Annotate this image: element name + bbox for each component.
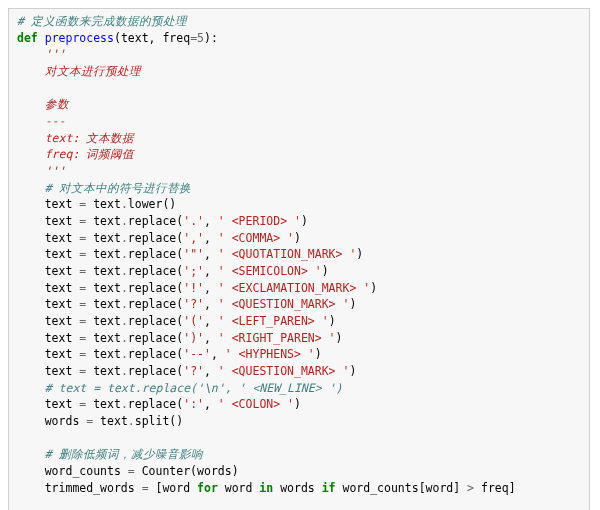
code-text: ,: [204, 231, 218, 245]
code-text: ):: [204, 31, 218, 45]
code-text: split(): [135, 414, 183, 428]
code-text: text: [17, 331, 79, 345]
string: ' <HYPHENS> ': [225, 347, 315, 361]
code-text: text: [86, 264, 121, 278]
code-text: replace(: [128, 331, 183, 345]
code-line: text = text.replace('.', ' <PERIOD> '): [17, 213, 581, 230]
code-text: lower(): [128, 197, 176, 211]
code-text: ,: [204, 397, 218, 411]
keyword-if: if: [322, 481, 336, 495]
code-text: text: [86, 231, 121, 245]
blank: [17, 431, 45, 445]
code-text: ): [301, 214, 308, 228]
code-line: # 定义函数来完成数据的预处理: [17, 13, 581, 30]
string: '?': [183, 364, 204, 378]
code-text: text: [86, 297, 121, 311]
code-text: text: [17, 364, 79, 378]
code-text: ): [349, 364, 356, 378]
code-line: text = text.lower(): [17, 196, 581, 213]
code-text: words: [17, 414, 86, 428]
code-text: text: [17, 247, 79, 261]
code-text: text: [17, 347, 79, 361]
code-text: text: [17, 297, 79, 311]
string: '--': [183, 347, 211, 361]
code-text: ,: [204, 281, 218, 295]
code-text: text: [86, 247, 121, 261]
code-text: ,: [204, 214, 218, 228]
code-line: 参数: [17, 96, 581, 113]
dot: .: [121, 397, 128, 411]
dot: .: [121, 247, 128, 261]
code-line: text = text.replace('?', ' <QUESTION_MAR…: [17, 296, 581, 313]
code-line: word_counts = Counter(words): [17, 463, 581, 480]
docstring: ''': [17, 47, 65, 61]
code-text: ,: [204, 364, 218, 378]
string: '"': [183, 247, 204, 261]
code-block: # 定义函数来完成数据的预处理 def preprocess(text, fre…: [8, 8, 590, 510]
code-text: text: [17, 231, 79, 245]
code-text: word_counts: [17, 464, 128, 478]
code-text: Counter(words): [135, 464, 239, 478]
code-text: words: [273, 481, 321, 495]
code-text: ): [336, 331, 343, 345]
docstring: 参数: [17, 97, 69, 111]
code-text: text: [86, 314, 121, 328]
code-text: ,: [204, 331, 218, 345]
code-text: text: [17, 214, 79, 228]
code-text: text: [17, 264, 79, 278]
code-text: replace(: [128, 247, 183, 261]
code-line: text = text.replace(';', ' <SEMICOLON> '…: [17, 263, 581, 280]
code-text: ): [294, 397, 301, 411]
string: ' <RIGHT_PAREN> ': [218, 331, 336, 345]
code-line: def preprocess(text, freq=5):: [17, 30, 581, 47]
code-text: text: [93, 414, 128, 428]
docstring: ---: [17, 114, 65, 128]
string: ' <COLON> ': [218, 397, 294, 411]
dot: .: [121, 297, 128, 311]
operator: =: [142, 481, 149, 495]
code-line: freq: 词频阈值: [17, 146, 581, 163]
docstring: 对文本进行预处理: [17, 64, 141, 78]
code-text: ): [329, 314, 336, 328]
string: ' <PERIOD> ': [218, 214, 301, 228]
docstring: text: 文本数据: [17, 131, 134, 145]
code-line: 对文本进行预处理: [17, 63, 581, 80]
code-text: ,: [204, 264, 218, 278]
code-text: replace(: [128, 397, 183, 411]
code-text: text: [86, 347, 121, 361]
code-text: text: [86, 397, 121, 411]
dot: .: [121, 314, 128, 328]
code-line: text = text.replace(',', ' <COMMA> '): [17, 230, 581, 247]
string: ';': [183, 264, 204, 278]
code-line: [17, 80, 581, 97]
operator: =: [128, 464, 135, 478]
keyword-in: in: [259, 481, 273, 495]
comment: # 删除低频词，减少噪音影响: [45, 447, 203, 461]
code-text: freq]: [474, 481, 516, 495]
code-text: replace(: [128, 347, 183, 361]
code-text: ): [370, 281, 377, 295]
code-text: replace(: [128, 364, 183, 378]
string: ' <QUESTION_MARK> ': [218, 364, 350, 378]
code-text: replace(: [128, 297, 183, 311]
code-line: text: 文本数据: [17, 130, 581, 147]
code-text: (text, freq: [114, 31, 190, 45]
docstring: ''': [17, 164, 65, 178]
code-text: ): [356, 247, 363, 261]
code-text: ): [322, 264, 329, 278]
code-line: text = text.replace(':', ' <COLON> '): [17, 396, 581, 413]
string: ' <QUESTION_MARK> ': [218, 297, 350, 311]
comment: # text = text.replace('\n', ' <NEW_LINE>…: [17, 381, 342, 395]
string: ' <LEFT_PAREN> ': [218, 314, 329, 328]
code-line: ''': [17, 46, 581, 63]
dot: .: [121, 347, 128, 361]
code-line: text = text.replace('"', ' <QUOTATION_MA…: [17, 246, 581, 263]
code-line: words = text.split(): [17, 413, 581, 430]
indent: [17, 181, 45, 195]
code-text: text: [17, 281, 79, 295]
dot: .: [128, 414, 135, 428]
code-line: ''': [17, 163, 581, 180]
code-line: text = text.replace('!', ' <EXCLAMATION_…: [17, 280, 581, 297]
code-text: ): [315, 347, 322, 361]
code-text: word_counts[word]: [336, 481, 468, 495]
